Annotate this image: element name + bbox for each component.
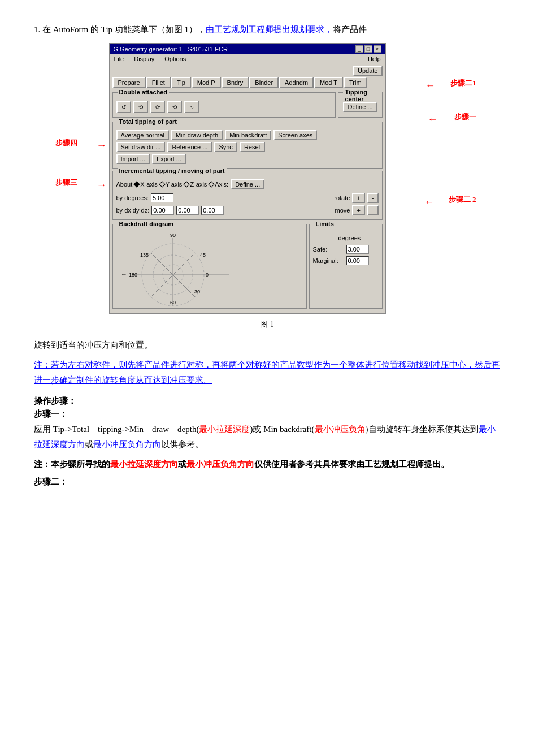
step1-prefix: 应用 Tip->Total tipping->Min draw depth( (34, 425, 199, 434)
define-button[interactable]: Define ... (343, 102, 377, 112)
intro-link[interactable]: 由工艺规划工程师提出规划要求， (206, 25, 333, 34)
min-backdraft-btn[interactable]: Min backdraft (225, 130, 271, 140)
about-label: About (116, 181, 133, 188)
set-draw-dir-btn[interactable]: Set draw dir ... (116, 142, 166, 152)
tab-prepare[interactable]: Prepare (112, 77, 146, 88)
titlebar-buttons: _ □ × (355, 45, 381, 53)
degrees-input[interactable] (151, 193, 173, 202)
tipping-center-label: Tipping center (343, 89, 381, 102)
update-button[interactable]: Update (353, 66, 382, 76)
step1-note-or: 或 (178, 460, 186, 469)
min-draw-depth-btn[interactable]: Min draw depth (171, 130, 223, 140)
annotation-step4: 步骤四 (55, 138, 77, 148)
tipping-center-section: Tipping center Define ... (338, 92, 382, 118)
menu-display[interactable]: Display (132, 55, 156, 63)
radio-axis: Axis: (209, 181, 228, 188)
rotate-minus-btn[interactable]: - (367, 193, 379, 203)
rotate-plus-btn[interactable]: + (352, 193, 364, 203)
intro-number: 1. (34, 25, 40, 34)
intro-paragraph: 1. 在 AutoForm 的 Tip 功能菜单下（如图 1），由工艺规划工程师… (34, 23, 500, 36)
menu-help[interactable]: Help (366, 55, 383, 63)
step1-end: 以供参考。 (161, 440, 203, 449)
step1-mid1: )或 Min backdraft( (250, 425, 314, 434)
radio-yaxis: Y-axis (160, 181, 183, 188)
menu-options[interactable]: Options (163, 55, 188, 63)
safe-input[interactable] (346, 245, 369, 254)
diamond-yaxis (159, 181, 165, 187)
define-axis-btn[interactable]: Define ... (231, 179, 264, 189)
backdraft-section: Backdraft diagram (112, 224, 307, 309)
diamond-axis (209, 181, 215, 187)
icon-5[interactable]: ∿ (184, 101, 199, 113)
bottom-section: Backdraft diagram (112, 222, 383, 310)
window-title: G Geometry generator: 1 - S401531-FCR (114, 46, 228, 53)
maximize-btn[interactable]: □ (364, 45, 372, 53)
intro-text-before: 在 AutoForm 的 Tip 功能菜单下（如图 1）， (42, 25, 206, 34)
icon-1[interactable]: ↺ (116, 101, 131, 113)
tab-trim[interactable]: Trim (344, 77, 367, 88)
marginal-label: Marginal: (313, 257, 344, 264)
step2-label: 步骤二： (34, 477, 500, 487)
tipping-center-content: Define ... (342, 101, 378, 113)
radio-xaxis: X-axis (134, 181, 158, 188)
update-bar: Update (110, 64, 385, 77)
step1-red1: 最小拉延深度 (199, 425, 250, 434)
icon-2[interactable]: ⟲ (133, 101, 148, 113)
tab-addndm[interactable]: Addndm (279, 77, 314, 88)
marginal-input[interactable] (346, 256, 369, 265)
radio-zaxis: Z-axis (184, 181, 207, 188)
total-tipping-section: Total tipping of part Average normal Min… (112, 122, 383, 169)
ops-title-text: 操作步骤： (34, 396, 76, 405)
menu-file[interactable]: File (112, 55, 126, 63)
by-dx-label: by dx dy dz: (116, 207, 150, 214)
move-minus-btn[interactable]: - (367, 205, 379, 215)
arrow-step4: → (97, 140, 107, 152)
tab-bndry[interactable]: Bndry (222, 77, 249, 88)
arrow-step1: ← (428, 114, 438, 126)
import-btn[interactable]: Import ... (116, 154, 150, 164)
dxdydz-row: by dx dy dz: move + - (116, 205, 379, 215)
dy-input[interactable] (176, 206, 199, 215)
svg-text:135: 135 (140, 252, 149, 258)
degrees-header: degrees (313, 235, 379, 241)
step1-content: 应用 Tip->Total tipping->Min draw depth(最小… (34, 422, 500, 452)
close-btn[interactable]: × (374, 45, 381, 53)
step1-mid2: )自动旋转车身坐标系使其达到 (366, 425, 479, 434)
reference-btn[interactable]: Reference ... (167, 142, 212, 152)
icon-4[interactable]: ⟲ (167, 101, 182, 113)
svg-text:180: 180 (129, 272, 137, 278)
tipping-row3: Import ... Export ... (116, 154, 379, 164)
svg-text:←: ← (121, 271, 127, 278)
safe-row: Safe: (313, 245, 379, 254)
arrow-step2-1: ← (426, 80, 436, 92)
note-body: 若为左右对称件，则先将产品件进行对称，再将两个对称好的产品数型作为一个整体进行位… (34, 360, 500, 385)
reset-btn[interactable]: Reset (240, 142, 265, 152)
annotation-step2-2: 步骤二 2 (449, 195, 476, 205)
limits-content: degrees Safe: Marginal: (313, 232, 379, 265)
axes-row: About X-axis Y-axis Z-axis Axis: Define … (116, 179, 379, 189)
icon-3[interactable]: ⟳ (150, 101, 165, 113)
tab-fillet[interactable]: Fillet (146, 77, 171, 88)
tab-modt[interactable]: Mod T (314, 77, 343, 88)
screen-axes-btn[interactable]: Screen axes (273, 130, 317, 140)
icon-row: ↺ ⟲ ⟳ ⟲ ∿ (116, 101, 332, 113)
tab-binder[interactable]: Binder (249, 77, 279, 88)
average-normal-btn[interactable]: Average normal (116, 130, 169, 140)
sync-btn[interactable]: Sync (214, 142, 237, 152)
note-prefix: 注： (34, 360, 51, 369)
incremental-label: Incremental tipping / moving of part (118, 167, 227, 174)
double-attached-section: Double attached ↺ ⟲ ⟳ ⟲ ∿ (112, 92, 336, 118)
dx-input[interactable] (151, 206, 174, 215)
note-block: 注：若为左右对称件，则先将产品件进行对称，再将两个对称好的产品数型作为一个整体进… (34, 357, 500, 388)
total-tipping-label: Total tipping of part (118, 118, 179, 125)
minimize-btn[interactable]: _ (355, 45, 363, 53)
tab-tip[interactable]: Tip (171, 77, 191, 88)
incremental-section: Incremental tipping / moving of part Abo… (112, 171, 383, 220)
rotate-label: rotate (334, 195, 350, 201)
tab-modp[interactable]: Mod P (192, 77, 221, 88)
export-btn[interactable]: Export ... (152, 154, 186, 164)
body-line1: 旋转到适当的冲压方向和位置。 (34, 338, 500, 353)
annotation-step3: 步骤三 (55, 178, 77, 188)
dz-input[interactable] (201, 206, 224, 215)
move-plus-btn[interactable]: + (352, 205, 364, 215)
